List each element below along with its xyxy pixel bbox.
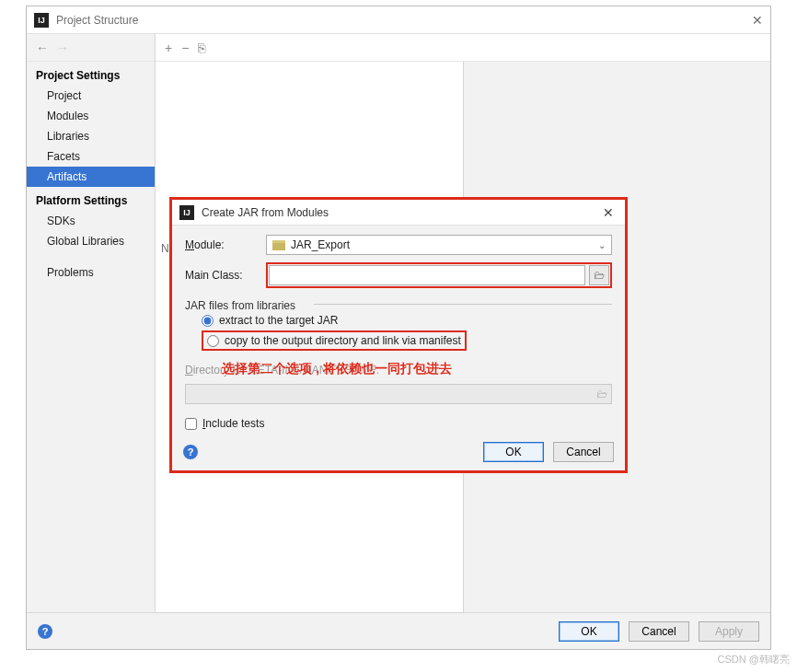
titlebar: IJ Project Structure ✕ — [27, 6, 770, 34]
radio-extract-label: extract to the target JAR — [219, 314, 338, 327]
sidebar-item-modules[interactable]: Modules — [27, 106, 155, 126]
apply-button: Apply — [699, 621, 759, 642]
sidebar-item-sdks[interactable]: SDKs — [27, 211, 155, 231]
directory-field: 🗁 — [185, 384, 612, 404]
dialog-cancel-button[interactable]: Cancel — [553, 442, 614, 462]
help-icon[interactable]: ? — [38, 624, 52, 639]
footer-bar: ? OK Cancel Apply — [27, 612, 770, 649]
copy-icon[interactable]: ⎘ — [198, 41, 205, 55]
radio-copy-highlight: copy to the output directory and link vi… — [202, 330, 467, 351]
dialog-body: Module: JAR_Export ⌄ Main Class: 🗁 JAR f… — [172, 226, 625, 434]
mainclass-input[interactable] — [269, 265, 585, 285]
close-icon[interactable]: ✕ — [752, 13, 763, 28]
module-combo[interactable]: JAR_Export ⌄ — [266, 235, 612, 255]
remove-icon[interactable]: − — [181, 41, 189, 55]
add-icon[interactable]: + — [165, 41, 172, 55]
folder-open-icon: 🗁 — [594, 269, 605, 282]
dialog-app-icon: IJ — [179, 205, 194, 220]
mainclass-label: Main Class: — [185, 269, 259, 282]
dialog-ok-button[interactable]: OK — [483, 442, 544, 462]
dialog-close-icon[interactable]: ✕ — [599, 205, 618, 220]
radio-copy[interactable] — [207, 335, 219, 347]
annotation-text: 选择第二个选项 , 将依赖也一同打包进去 — [222, 361, 452, 377]
back-icon[interactable]: ← — [36, 41, 49, 55]
sidebar-item-artifacts[interactable]: Artifacts — [27, 167, 155, 187]
divider — [314, 304, 612, 305]
include-tests-label: Include tests — [202, 417, 264, 430]
sidebar-item-project[interactable]: Project — [27, 86, 155, 106]
folder-icon — [272, 240, 285, 250]
include-tests-checkbox[interactable] — [185, 418, 197, 430]
sidebar-item-global-libraries[interactable]: Global Libraries — [27, 231, 155, 251]
dialog-help-icon[interactable]: ? — [183, 445, 198, 459]
mainclass-row: Main Class: 🗁 — [185, 262, 612, 288]
jar-libs-fieldset: JAR files from libraries extract to the … — [185, 295, 612, 351]
radio-extract[interactable] — [202, 315, 214, 327]
radio-copy-label: copy to the output directory and link vi… — [225, 334, 461, 347]
dialog-title: Create JAR from Modules — [202, 206, 599, 219]
watermark: CSDN @韩曙亮 — [718, 653, 790, 666]
sidebar: ← → Project Settings Project Modules Lib… — [27, 34, 156, 612]
ok-button[interactable]: OK — [559, 621, 619, 642]
sidebar-item-facets[interactable]: Facets — [27, 146, 155, 167]
module-label: Module: — [185, 238, 259, 251]
radio-extract-row[interactable]: extract to the target JAR — [185, 314, 612, 327]
sidebar-item-libraries[interactable]: Libraries — [27, 126, 155, 146]
app-icon: IJ — [34, 13, 49, 28]
chevron-down-icon: ⌄ — [598, 240, 606, 250]
tree-letter: N — [161, 242, 169, 255]
browse-mainclass-button[interactable]: 🗁 — [589, 265, 609, 285]
module-row: Module: JAR_Export ⌄ — [185, 235, 612, 255]
create-jar-dialog: IJ Create JAR from Modules ✕ Module: JAR… — [169, 197, 628, 473]
dialog-footer: ? OK Cancel — [172, 434, 625, 470]
sidebar-item-problems[interactable]: Problems — [27, 262, 155, 283]
fieldset-label: JAR files from libraries — [185, 299, 612, 312]
sidebar-section-project-settings: Project Settings — [27, 62, 155, 86]
artifact-toolbar: + − ⎘ — [156, 34, 770, 62]
module-value: JAR_Export — [291, 238, 350, 251]
window-title: Project Structure — [56, 14, 752, 27]
nav-arrows: ← → — [27, 34, 155, 62]
cancel-button[interactable]: Cancel — [629, 621, 689, 642]
include-tests-row[interactable]: Include tests — [185, 417, 612, 430]
dialog-titlebar: IJ Create JAR from Modules ✕ — [172, 200, 625, 226]
folder-open-icon: 🗁 — [596, 388, 607, 400]
forward-icon[interactable]: → — [56, 41, 69, 55]
mainclass-highlight: 🗁 — [266, 262, 612, 288]
sidebar-section-platform-settings: Platform Settings — [27, 187, 155, 211]
